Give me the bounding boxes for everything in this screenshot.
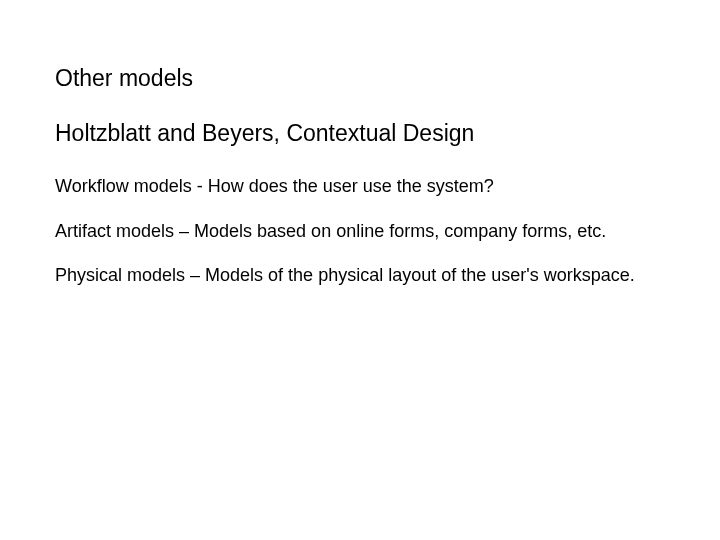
slide-subtitle: Holtzblatt and Beyers, Contextual Design <box>55 120 665 147</box>
paragraph-physical: Physical models – Models of the physical… <box>55 264 655 287</box>
paragraph-artifact: Artifact models – Models based on online… <box>55 220 655 243</box>
paragraph-workflow: Workflow models - How does the user use … <box>55 175 655 198</box>
slide-title: Other models <box>55 65 665 92</box>
